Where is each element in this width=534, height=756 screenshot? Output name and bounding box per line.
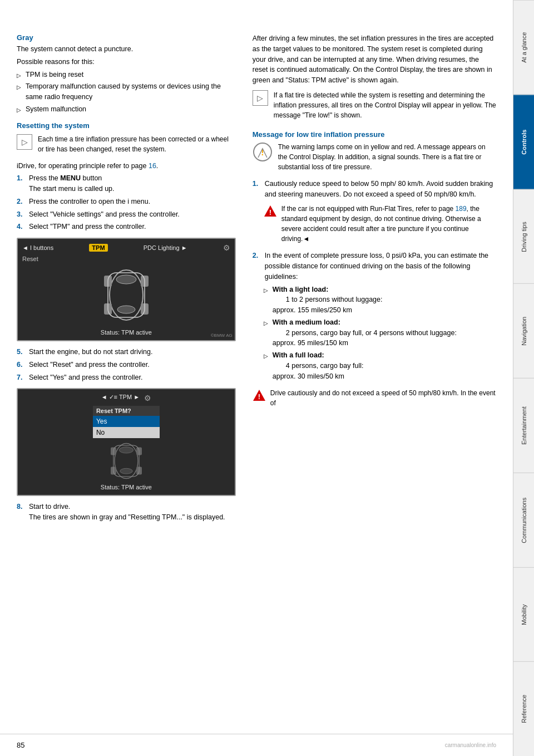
gray-section-title: Gray	[17, 33, 236, 42]
settings-icon-2: ⚙	[144, 394, 151, 402]
reset-yes: Yes	[93, 416, 160, 427]
step-3: 3. Select "Vehicle settings" and press t…	[17, 209, 236, 220]
steps-list-2: 5. Start the engine, but do not start dr…	[17, 347, 236, 382]
flat-tire-note: ▷ If a flat tire is detected while the s…	[253, 90, 496, 122]
reset-menu-title: Reset TPM?	[93, 406, 160, 416]
right-steps-2: 2. In the event of complete pressure los…	[253, 251, 496, 282]
step-6: 6. Select "Reset" and press the controll…	[17, 360, 236, 370]
bullet-arrow-icon: ▷	[17, 106, 21, 114]
screen-footer-2: Status: TPM active	[22, 484, 230, 490]
guideline-light: ▷ With a light load: 1 to 2 persons with…	[264, 284, 496, 316]
screen-header-1: ◄ I buttons TPM PDC Lighting ► ⚙	[22, 243, 230, 252]
bullet-arrow-icon: ▷	[264, 352, 268, 360]
svg-text:!: !	[269, 208, 271, 217]
tab-at-a-glance[interactable]: At a glance	[513, 0, 534, 95]
right-column: After driving a few minutes, the set inf…	[247, 33, 496, 717]
left-column: Gray The system cannot detect a puncture…	[17, 33, 247, 717]
bullet-arrow-icon: ▷	[17, 71, 21, 80]
side-tabs: At a glance Controls Driving tips Naviga…	[513, 0, 534, 756]
caution-text: Drive cautiously and do not exceed a spe…	[270, 388, 496, 408]
screen-footer-1: Status: TPM active	[22, 329, 230, 336]
right-steps: 1. Cautiously reduce speed to below 50 m…	[253, 179, 496, 200]
resetting-note-box: ▷ Each time a tire inflation pressure ha…	[17, 134, 236, 156]
idrive-link[interactable]: 16	[149, 162, 156, 170]
tab-communications[interactable]: Communications	[513, 473, 534, 567]
warning-triangle-icon: !	[264, 205, 277, 219]
bullet-item: ▷ TPM is being reset	[17, 70, 236, 80]
gray-bullets: ▷ TPM is being reset ▷ Temporary malfunc…	[17, 70, 236, 115]
screen-mockup-2: ◄ ✓≡ TPM ► ⚙ Reset TPM? Yes No	[17, 388, 236, 496]
reset-menu: Reset TPM? Yes No	[93, 406, 160, 438]
car-top-view-2	[98, 441, 154, 480]
screen-reset-label: Reset	[22, 256, 230, 262]
resetting-note-text: Each time a tire inflation pressure has …	[38, 134, 236, 154]
svg-point-2	[117, 306, 135, 313]
svg-point-9	[119, 447, 133, 453]
reset-menu-container: Reset TPM? Yes No	[22, 406, 230, 438]
bullet-item: ▷ System malfunction	[17, 104, 236, 115]
gray-p1: The system cannot detect a puncture.	[17, 44, 236, 55]
tab-reference[interactable]: Reference	[513, 661, 534, 756]
screen-watermark-1: ©BMW AG	[211, 333, 233, 338]
bullet-arrow-icon: ▷	[17, 83, 21, 91]
tab-navigation[interactable]: Navigation	[513, 283, 534, 378]
tab-mobility[interactable]: Mobility	[513, 567, 534, 662]
gray-p2: Possible reasons for this:	[17, 57, 236, 67]
runflat-link[interactable]: 189	[456, 205, 467, 213]
guideline-medium: ▷ With a medium load: 2 persons, cargo b…	[264, 317, 496, 348]
step-2: 2. Press the controller to open the i me…	[17, 197, 236, 207]
bottom-bar: 85 carmanualonline.info	[0, 734, 513, 756]
step-7: 7. Select "Yes" and press the controller…	[17, 372, 236, 383]
caution-triangle-svg: !	[253, 389, 266, 401]
msg-section-title: Message for low tire inflation pressure	[253, 130, 496, 139]
tab-controls[interactable]: Controls	[513, 95, 534, 189]
svg-point-10	[120, 469, 132, 474]
tab-entertainment[interactable]: Entertainment	[513, 378, 534, 473]
play-note-icon: ▷	[17, 134, 32, 150]
play-note-icon-right: ▷	[253, 90, 268, 106]
guidelines-list: ▷ With a light load: 1 to 2 persons with…	[264, 284, 496, 382]
idrive-ref: iDrive, for operating principle refer to…	[17, 161, 236, 171]
tab-driving-tips[interactable]: Driving tips	[513, 189, 534, 284]
car-top-view	[87, 267, 165, 323]
right-step-1: 1. Cautiously reduce speed to below 50 m…	[253, 179, 496, 200]
tpm-badge: TPM	[89, 244, 107, 252]
warning-lamp-icon: !	[253, 142, 273, 164]
warning-triangle-svg: !	[264, 205, 277, 217]
runflat-note-box: ! If the car is not equipped with Run-Fl…	[264, 204, 496, 246]
step-1: 1. Press the MENU buttonThe start menu i…	[17, 173, 236, 194]
warning-icon-svg: !	[253, 142, 273, 162]
caution-note-box: ! Drive cautiously and do not exceed a s…	[253, 388, 496, 410]
runflat-text: If the car is not equipped with Run-Flat…	[281, 204, 496, 244]
caution-triangle-icon: !	[253, 389, 266, 403]
steps-list: 1. Press the MENU buttonThe start menu i…	[17, 173, 236, 232]
bullet-arrow-icon: ▷	[264, 319, 268, 327]
page-number: 85	[17, 741, 24, 749]
screen2-car	[22, 441, 230, 480]
svg-text:!: !	[258, 392, 260, 401]
warning-lamps-text: The warning lamps come on in yellow and …	[278, 142, 496, 172]
guideline-full: ▷ With a full load: 4 persons, cargo bay…	[264, 350, 496, 381]
steps-list-3: 8. Start to drive.The tires are shown in…	[17, 502, 236, 523]
screen-header-2: ◄ ✓≡ TPM ► ⚙	[22, 394, 230, 402]
flat-tire-text: If a flat tire is detected while the sys…	[274, 90, 496, 120]
bullet-arrow-icon: ▷	[264, 286, 268, 294]
screen-body-1	[22, 264, 230, 326]
step-5: 5. Start the engine, but do not start dr…	[17, 347, 236, 357]
bullet-item: ▷ Temporary malfunction caused by system…	[17, 81, 236, 102]
settings-icon: ⚙	[223, 243, 230, 252]
right-step-2: 2. In the event of complete pressure los…	[253, 251, 496, 282]
screen-mockup-1: ◄ I buttons TPM PDC Lighting ► ⚙ Reset	[17, 238, 236, 341]
right-p1: After driving a few minutes, the set inf…	[253, 33, 496, 86]
step-8: 8. Start to drive.The tires are shown in…	[17, 502, 236, 523]
warning-lamps-box: ! The warning lamps come on in yellow an…	[253, 142, 496, 174]
svg-point-1	[116, 275, 136, 284]
watermark: carmanualonline.info	[445, 742, 496, 748]
reset-no: No	[93, 427, 160, 438]
step-4: 4. Select "TPM" and press the controller…	[17, 222, 236, 232]
resetting-title: Resetting the system	[17, 121, 236, 130]
